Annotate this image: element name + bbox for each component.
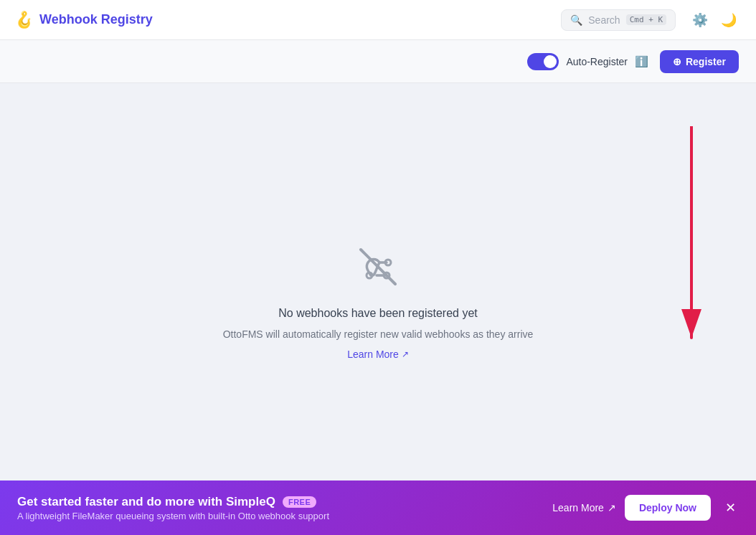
learn-more-link[interactable]: Learn More ↗: [347, 349, 409, 360]
main-content: No webhooks have been registered yet Ott…: [0, 83, 756, 535]
external-link-icon: ↗: [402, 349, 409, 359]
search-icon: 🔍: [570, 14, 582, 26]
auto-register-label: Auto-Register: [566, 56, 628, 67]
svg-point-1: [385, 260, 391, 265]
logo-icon: 🪝: [14, 11, 34, 29]
red-arrow: [670, 126, 713, 356]
header: 🪝 Webhook Registry 🔍 Search Cmd + K ⚙️ 🌙: [0, 0, 756, 40]
auto-register-toggle[interactable]: [527, 53, 559, 70]
banner-external-link-icon: ↗: [608, 502, 616, 513]
empty-state: No webhooks have been registered yet Ott…: [223, 244, 534, 360]
banner-title: Get started faster and do more with Simp…: [17, 495, 541, 509]
search-bar[interactable]: 🔍 Search Cmd + K: [561, 9, 676, 31]
webhook-disabled-icon: [355, 244, 401, 290]
banner-badge: FREE: [283, 496, 316, 508]
search-placeholder-text: Search: [588, 14, 620, 26]
register-button[interactable]: ⊕ Register: [660, 50, 739, 73]
learn-more-label: Learn More: [347, 349, 399, 360]
register-label: Register: [686, 56, 726, 67]
toolbar: Auto-Register ℹ️ ⊕ Register: [0, 40, 756, 83]
empty-subtitle: OttoFMS will automatically register new …: [223, 328, 534, 340]
banner-actions: Learn More ↗ Deploy Now ✕: [552, 495, 739, 521]
promo-banner: Get started faster and do more with Simp…: [0, 480, 756, 535]
register-icon: ⊕: [673, 56, 681, 67]
theme-toggle-button[interactable]: 🌙: [716, 7, 742, 33]
deploy-now-button[interactable]: Deploy Now: [625, 495, 711, 521]
banner-learn-more-button[interactable]: Learn More ↗: [552, 502, 616, 513]
banner-close-button[interactable]: ✕: [722, 497, 739, 519]
app-title: Webhook Registry: [39, 12, 153, 27]
webhook-icon-container: [355, 244, 401, 293]
banner-subtitle: A lightweight FileMaker queueing system …: [17, 511, 541, 521]
logo: 🪝 Webhook Registry: [14, 11, 153, 29]
search-shortcut: Cmd + K: [626, 14, 666, 25]
banner-learn-more-label: Learn More: [552, 502, 604, 513]
auto-register-toggle-group: Auto-Register ℹ️: [527, 53, 648, 70]
banner-text-group: Get started faster and do more with Simp…: [17, 495, 541, 521]
empty-title: No webhooks have been registered yet: [278, 307, 478, 320]
auto-register-info-icon[interactable]: ℹ️: [635, 55, 648, 68]
settings-button[interactable]: ⚙️: [687, 7, 713, 33]
